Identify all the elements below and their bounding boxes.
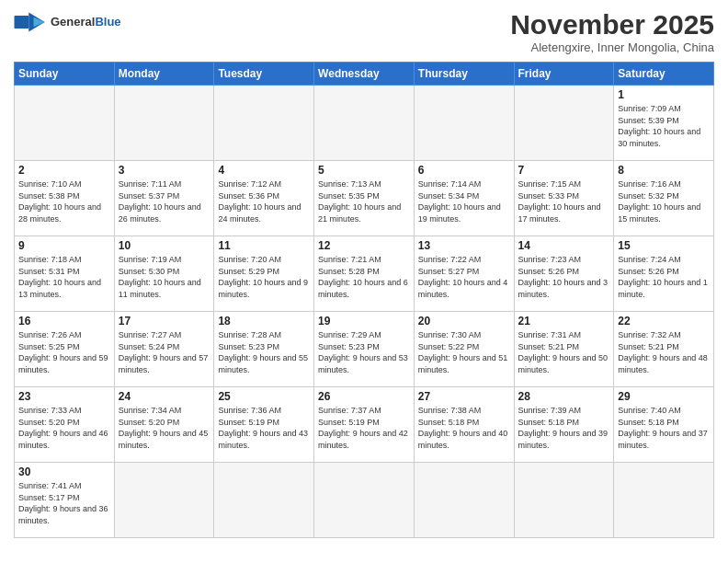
header-row: Sunday Monday Tuesday Wednesday Thursday… bbox=[15, 63, 714, 86]
day-number: 12 bbox=[318, 239, 410, 252]
week-row-3: 16Sunrise: 7:26 AM Sunset: 5:25 PM Dayli… bbox=[15, 312, 714, 387]
day-number: 20 bbox=[418, 315, 510, 327]
day-info: Sunrise: 7:33 AM Sunset: 5:20 PM Dayligh… bbox=[18, 405, 110, 451]
day-cell: 3Sunrise: 7:11 AM Sunset: 5:37 PM Daylig… bbox=[114, 161, 214, 236]
logo: GeneralBlue bbox=[14, 9, 121, 35]
day-info: Sunrise: 7:39 AM Sunset: 5:18 PM Dayligh… bbox=[518, 405, 610, 451]
logo-icon bbox=[14, 9, 47, 35]
day-number: 23 bbox=[18, 390, 110, 403]
col-wednesday: Wednesday bbox=[314, 63, 415, 86]
day-number: 4 bbox=[218, 164, 310, 177]
day-cell: 10Sunrise: 7:19 AM Sunset: 5:30 PM Dayli… bbox=[114, 236, 214, 312]
day-info: Sunrise: 7:10 AM Sunset: 5:38 PM Dayligh… bbox=[18, 178, 110, 224]
day-cell: 7Sunrise: 7:15 AM Sunset: 5:33 PM Daylig… bbox=[514, 161, 614, 236]
day-info: Sunrise: 7:40 AM Sunset: 5:18 PM Dayligh… bbox=[618, 405, 710, 451]
day-cell bbox=[314, 86, 415, 161]
logo-text: GeneralBlue bbox=[51, 16, 121, 29]
day-cell: 1Sunrise: 7:09 AM Sunset: 5:39 PM Daylig… bbox=[614, 86, 714, 161]
day-info: Sunrise: 7:27 AM Sunset: 5:24 PM Dayligh… bbox=[119, 329, 210, 375]
day-cell bbox=[114, 463, 214, 538]
calendar: Sunday Monday Tuesday Wednesday Thursday… bbox=[14, 62, 714, 538]
day-number: 2 bbox=[18, 164, 110, 177]
day-cell: 13Sunrise: 7:22 AM Sunset: 5:27 PM Dayli… bbox=[414, 236, 514, 312]
day-number: 10 bbox=[119, 239, 210, 252]
col-tuesday: Tuesday bbox=[214, 63, 314, 86]
day-info: Sunrise: 7:12 AM Sunset: 5:36 PM Dayligh… bbox=[218, 178, 310, 224]
day-number: 3 bbox=[119, 164, 210, 177]
day-cell: 19Sunrise: 7:29 AM Sunset: 5:23 PM Dayli… bbox=[314, 312, 415, 387]
day-cell: 18Sunrise: 7:28 AM Sunset: 5:23 PM Dayli… bbox=[214, 312, 314, 387]
col-sunday: Sunday bbox=[15, 63, 115, 86]
day-number: 21 bbox=[518, 315, 610, 327]
day-cell: 28Sunrise: 7:39 AM Sunset: 5:18 PM Dayli… bbox=[514, 387, 614, 463]
day-cell: 15Sunrise: 7:24 AM Sunset: 5:26 PM Dayli… bbox=[614, 236, 714, 312]
day-number: 1 bbox=[618, 88, 710, 101]
day-number: 29 bbox=[618, 390, 710, 403]
day-info: Sunrise: 7:16 AM Sunset: 5:32 PM Dayligh… bbox=[618, 178, 710, 224]
day-number: 5 bbox=[318, 164, 410, 177]
day-number: 26 bbox=[318, 390, 410, 403]
day-info: Sunrise: 7:29 AM Sunset: 5:23 PM Dayligh… bbox=[318, 329, 410, 375]
day-cell bbox=[214, 463, 314, 538]
day-info: Sunrise: 7:19 AM Sunset: 5:30 PM Dayligh… bbox=[119, 254, 210, 300]
day-info: Sunrise: 7:20 AM Sunset: 5:29 PM Dayligh… bbox=[218, 254, 310, 300]
day-info: Sunrise: 7:13 AM Sunset: 5:35 PM Dayligh… bbox=[318, 178, 410, 224]
day-number: 6 bbox=[418, 164, 510, 177]
page: GeneralBlue November 2025 Aletengxire, I… bbox=[0, 0, 728, 563]
day-cell bbox=[514, 86, 614, 161]
day-cell: 9Sunrise: 7:18 AM Sunset: 5:31 PM Daylig… bbox=[15, 236, 115, 312]
day-number: 15 bbox=[618, 239, 710, 252]
day-info: Sunrise: 7:41 AM Sunset: 5:17 PM Dayligh… bbox=[18, 480, 110, 526]
day-cell bbox=[414, 86, 514, 161]
day-cell: 12Sunrise: 7:21 AM Sunset: 5:28 PM Dayli… bbox=[314, 236, 415, 312]
day-cell: 29Sunrise: 7:40 AM Sunset: 5:18 PM Dayli… bbox=[614, 387, 714, 463]
day-cell bbox=[414, 463, 514, 538]
day-number: 18 bbox=[218, 315, 310, 327]
day-cell bbox=[514, 463, 614, 538]
day-number: 28 bbox=[518, 390, 610, 403]
day-cell: 16Sunrise: 7:26 AM Sunset: 5:25 PM Dayli… bbox=[15, 312, 115, 387]
day-info: Sunrise: 7:14 AM Sunset: 5:34 PM Dayligh… bbox=[418, 178, 510, 224]
day-info: Sunrise: 7:24 AM Sunset: 5:26 PM Dayligh… bbox=[618, 254, 710, 300]
day-cell: 11Sunrise: 7:20 AM Sunset: 5:29 PM Dayli… bbox=[214, 236, 314, 312]
svg-rect-0 bbox=[15, 16, 29, 29]
day-cell: 4Sunrise: 7:12 AM Sunset: 5:36 PM Daylig… bbox=[214, 161, 314, 236]
header: GeneralBlue November 2025 Aletengxire, I… bbox=[14, 9, 714, 54]
day-cell: 14Sunrise: 7:23 AM Sunset: 5:26 PM Dayli… bbox=[514, 236, 614, 312]
day-cell: 8Sunrise: 7:16 AM Sunset: 5:32 PM Daylig… bbox=[614, 161, 714, 236]
day-number: 17 bbox=[119, 315, 210, 327]
day-cell: 20Sunrise: 7:30 AM Sunset: 5:22 PM Dayli… bbox=[414, 312, 514, 387]
day-cell: 5Sunrise: 7:13 AM Sunset: 5:35 PM Daylig… bbox=[314, 161, 415, 236]
day-info: Sunrise: 7:36 AM Sunset: 5:19 PM Dayligh… bbox=[218, 405, 310, 451]
day-cell bbox=[15, 86, 115, 161]
day-info: Sunrise: 7:23 AM Sunset: 5:26 PM Dayligh… bbox=[518, 254, 610, 300]
day-info: Sunrise: 7:15 AM Sunset: 5:33 PM Dayligh… bbox=[518, 178, 610, 224]
day-number: 27 bbox=[418, 390, 510, 403]
month-title: November 2025 bbox=[510, 9, 714, 40]
day-cell: 6Sunrise: 7:14 AM Sunset: 5:34 PM Daylig… bbox=[414, 161, 514, 236]
day-cell: 17Sunrise: 7:27 AM Sunset: 5:24 PM Dayli… bbox=[114, 312, 214, 387]
day-info: Sunrise: 7:11 AM Sunset: 5:37 PM Dayligh… bbox=[119, 178, 210, 224]
day-number: 16 bbox=[18, 315, 110, 327]
day-cell: 2Sunrise: 7:10 AM Sunset: 5:38 PM Daylig… bbox=[15, 161, 115, 236]
day-cell: 25Sunrise: 7:36 AM Sunset: 5:19 PM Dayli… bbox=[214, 387, 314, 463]
day-number: 9 bbox=[18, 239, 110, 252]
day-info: Sunrise: 7:21 AM Sunset: 5:28 PM Dayligh… bbox=[318, 254, 410, 300]
day-number: 11 bbox=[218, 239, 310, 252]
day-cell: 23Sunrise: 7:33 AM Sunset: 5:20 PM Dayli… bbox=[15, 387, 115, 463]
week-row-1: 2Sunrise: 7:10 AM Sunset: 5:38 PM Daylig… bbox=[15, 161, 714, 236]
day-number: 13 bbox=[418, 239, 510, 252]
day-cell: 30Sunrise: 7:41 AM Sunset: 5:17 PM Dayli… bbox=[15, 463, 115, 538]
day-number: 30 bbox=[18, 465, 110, 478]
day-info: Sunrise: 7:28 AM Sunset: 5:23 PM Dayligh… bbox=[218, 329, 310, 375]
subtitle: Aletengxire, Inner Mongolia, China bbox=[510, 40, 714, 54]
col-monday: Monday bbox=[114, 63, 214, 86]
day-info: Sunrise: 7:34 AM Sunset: 5:20 PM Dayligh… bbox=[119, 405, 210, 451]
day-cell bbox=[314, 463, 415, 538]
day-info: Sunrise: 7:22 AM Sunset: 5:27 PM Dayligh… bbox=[418, 254, 510, 300]
day-cell bbox=[114, 86, 214, 161]
day-number: 24 bbox=[119, 390, 210, 403]
day-number: 25 bbox=[218, 390, 310, 403]
week-row-5: 30Sunrise: 7:41 AM Sunset: 5:17 PM Dayli… bbox=[15, 463, 714, 538]
day-cell: 22Sunrise: 7:32 AM Sunset: 5:21 PM Dayli… bbox=[614, 312, 714, 387]
